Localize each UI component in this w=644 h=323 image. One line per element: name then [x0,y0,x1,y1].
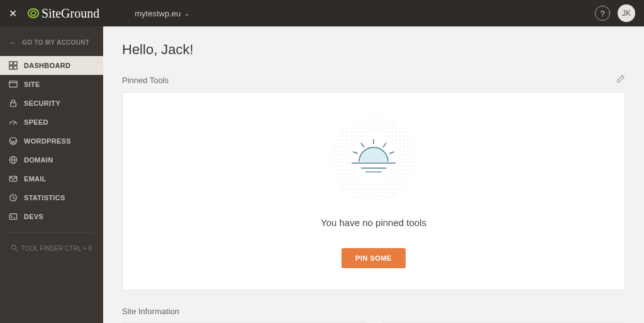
svg-rect-2 [9,62,13,65]
sidebar-item-label: SITE [24,81,40,88]
sidebar-item-label: STATISTICS [24,194,65,201]
lock-icon [9,99,18,108]
sidebar-item-statistics[interactable]: STATISTICS [0,188,103,207]
sidebar-item-security[interactable]: SECURITY [0,94,103,113]
tool-finder-link[interactable]: TOOL FINDER CTRL + K [0,239,103,258]
back-label: GO TO MY ACCOUNT [22,39,89,46]
sidebar-item-label: WORDPRESS [24,137,71,145]
sidebar-item-devs[interactable]: DEVS [0,207,103,226]
section-title: Site Information [122,307,179,316]
section-title: Pinned Tools [122,76,169,85]
brand-text: SiteGround [42,6,99,21]
site-icon [9,80,18,89]
wordpress-icon [9,137,18,145]
sidebar-item-domain[interactable]: DOMAIN [0,150,103,169]
sidebar-item-site[interactable]: SITE [0,75,103,94]
svg-rect-3 [14,62,17,65]
sunrise-illustration [326,111,421,206]
sidebar-item-speed[interactable]: SPEED [0,113,103,132]
arrow-left-icon: ← [9,38,17,47]
site-info-header: Site Information [122,307,625,316]
sidebar-item-wordpress[interactable]: WORDPRESS [0,132,103,150]
sidebar-item-label: SPEED [24,118,48,126]
empty-state-text: You have no pinned tools [135,217,612,228]
sidebar-item-label: SECURITY [24,99,60,107]
sidebar-item-email[interactable]: EMAIL [0,169,103,188]
svg-rect-6 [9,81,17,88]
svg-rect-16 [9,214,16,220]
svg-rect-5 [14,66,17,69]
sidebar-nav: DASHBOARD SITE SECURITY SPEED [0,56,103,226]
pencil-icon[interactable] [616,74,625,86]
clock-icon [9,193,18,202]
site-selector[interactable]: mytestwp.eu ⌄ [135,9,189,18]
sidebar: ← GO TO MY ACCOUNT DASHBOARD SITE SECU [0,26,103,323]
pin-some-button[interactable]: PIN SOME [341,248,406,268]
pinned-tools-card: You have no pinned tools PIN SOME [122,92,625,290]
help-icon[interactable]: ? [595,6,610,21]
site-selected-label: mytestwp.eu [135,9,180,18]
svg-point-1 [30,11,36,16]
globe-icon [9,156,18,164]
top-bar: ✕ SiteGround mytestwp.eu ⌄ ? JK [0,0,644,26]
svg-rect-8 [11,103,16,106]
avatar[interactable]: JK [618,4,635,22]
sidebar-item-label: EMAIL [24,175,47,183]
sidebar-item-label: DASHBOARD [24,62,70,69]
sidebar-item-dashboard[interactable]: DASHBOARD [0,56,103,75]
logo-icon [26,6,40,20]
terminal-icon [9,212,18,221]
pinned-tools-header: Pinned Tools [122,74,625,86]
chevron-down-icon: ⌄ [184,10,189,17]
sidebar-item-label: DEVS [24,213,43,220]
svg-line-18 [15,249,17,251]
svg-point-17 [11,245,16,249]
main-content: Hello, Jack! Pinned Tools [103,26,644,323]
svg-rect-4 [9,66,13,69]
brand-logo[interactable]: SiteGround [26,6,99,21]
sidebar-item-label: DOMAIN [24,156,53,164]
page-title: Hello, Jack! [122,42,625,58]
dashboard-icon [9,61,18,70]
svg-line-9 [13,122,15,125]
close-icon[interactable]: ✕ [9,8,26,20]
back-to-account-link[interactable]: ← GO TO MY ACCOUNT [0,33,103,52]
search-icon [11,244,18,252]
mail-icon [9,174,18,183]
gauge-icon [9,118,18,127]
svg-point-0 [28,9,39,18]
sidebar-divider [9,232,94,233]
finder-label: TOOL FINDER CTRL + K [21,245,92,252]
